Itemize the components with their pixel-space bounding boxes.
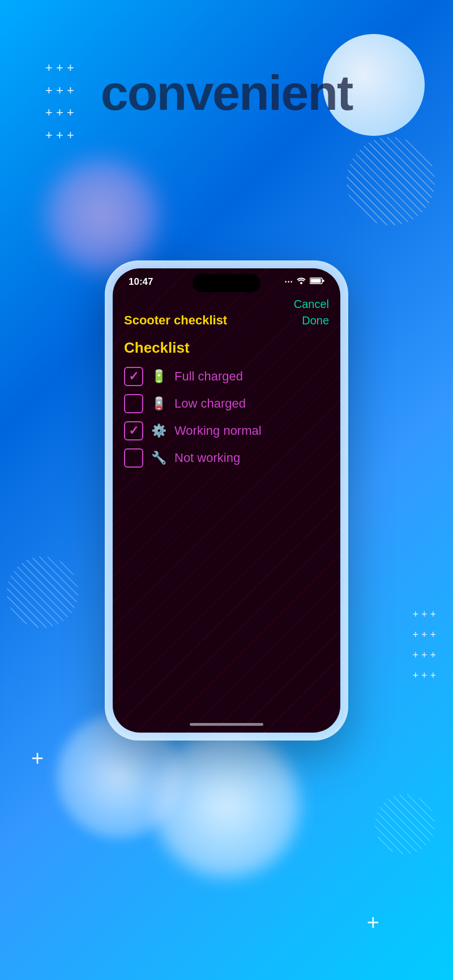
battery-full-icon: 🔋 xyxy=(151,369,166,384)
phone-mockup: 10:47 ⋅⋅⋅ xyxy=(105,260,348,741)
checklist-item-3[interactable]: ✓ ⚙️ Working normal xyxy=(124,421,329,440)
bg-blob-mid-left xyxy=(45,159,159,272)
checklist-item-4[interactable]: 🔧 Not working xyxy=(124,448,329,468)
plus-decoration-bottom-right-single: + xyxy=(367,910,379,935)
battery-icon xyxy=(310,277,324,287)
checklist-page-title: Scooter checklist xyxy=(124,313,227,328)
cancel-button[interactable]: Cancel xyxy=(294,298,329,311)
wifi-signal-icon xyxy=(296,277,306,287)
checklist-items-list: ✓ 🔋 Full charged 🪫 Low charged xyxy=(124,367,329,468)
title-row: Scooter checklist Done xyxy=(124,313,329,328)
battery-low-icon: 🪫 xyxy=(151,396,166,411)
checkbox-2[interactable] xyxy=(124,394,143,413)
svg-rect-5 xyxy=(6,555,79,629)
svg-rect-8 xyxy=(374,793,436,855)
item-label-1: Full charged xyxy=(174,369,243,384)
phone-outer-frame: 10:47 ⋅⋅⋅ xyxy=(105,260,348,741)
item-label-4: Not working xyxy=(174,451,240,465)
dynamic-island xyxy=(193,274,260,292)
header-actions: Cancel xyxy=(124,298,329,311)
svg-rect-11 xyxy=(323,280,324,282)
checkmark-3: ✓ xyxy=(129,425,139,437)
wifi-icon: ⋅⋅⋅ xyxy=(284,277,293,287)
home-indicator xyxy=(190,723,263,726)
plus-decoration-bottom-left: + xyxy=(31,746,44,771)
status-time: 10:47 xyxy=(129,276,153,288)
status-icons: ⋅⋅⋅ xyxy=(284,277,324,287)
checklist-item-1[interactable]: ✓ 🔋 Full charged xyxy=(124,367,329,386)
bg-blob-bottom-center xyxy=(153,731,300,878)
svg-rect-12 xyxy=(311,279,321,283)
plus-decoration-bottom-right-upper: + + + + + + + + + + + + xyxy=(412,604,436,686)
checkmark-1: ✓ xyxy=(129,370,139,383)
hatch-diamond-bottom-left xyxy=(6,555,79,629)
hatch-diamond-top-right xyxy=(345,136,436,226)
svg-rect-2 xyxy=(345,136,436,226)
screen-content: Cancel Scooter checklist Done Checklist … xyxy=(113,292,340,479)
wrench-icon: 🔧 xyxy=(151,451,166,465)
phone-screen: 10:47 ⋅⋅⋅ xyxy=(113,268,340,733)
done-button[interactable]: Done xyxy=(302,314,329,327)
checklist-item-2[interactable]: 🪫 Low charged xyxy=(124,394,329,413)
checkbox-3[interactable]: ✓ xyxy=(124,421,143,440)
checklist-section-label: Checklist xyxy=(124,339,329,357)
item-label-2: Low charged xyxy=(174,396,246,411)
checkbox-4[interactable] xyxy=(124,448,143,468)
checkbox-1[interactable]: ✓ xyxy=(124,367,143,386)
hatch-diamond-bottom-right xyxy=(374,793,436,855)
svg-point-9 xyxy=(300,282,302,284)
item-label-3: Working normal xyxy=(174,423,262,438)
gear-icon: ⚙️ xyxy=(151,423,166,438)
app-title: convenient xyxy=(0,68,453,118)
